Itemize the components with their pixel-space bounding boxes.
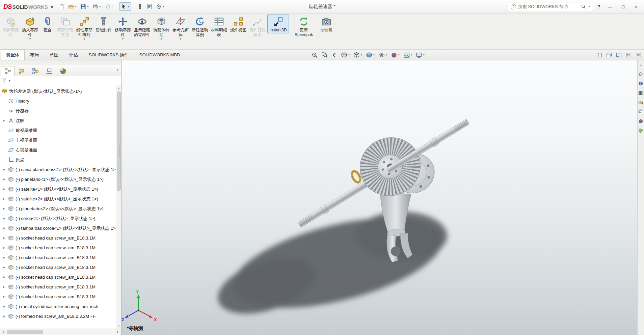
task-pane-resources[interactable] [638, 81, 643, 86]
dropdown-caret-icon[interactable]: ▼ [111, 6, 113, 8]
window-minimize-button[interactable]: — [605, 2, 615, 11]
apply-scene-button[interactable]: ▼ [402, 51, 413, 59]
dropdown-caret-icon[interactable]: ▼ [29, 38, 31, 40]
configurationmanager-tab[interactable] [28, 66, 42, 76]
tree-horizontal-scrollbar[interactable]: ◀ ▶ [0, 329, 121, 335]
new-document-button[interactable] [57, 2, 66, 11]
doc-window-new-window[interactable] [596, 52, 602, 58]
search-box[interactable]: ? ▼ [508, 2, 593, 11]
expander-icon[interactable]: ▶ [3, 256, 8, 259]
tree-item[interactable]: ▶ (-) socket head cap screw_am_B18.3.1M [0, 292, 116, 302]
tree-item[interactable]: ▶ (-) socket head cap screw_am_B18.3.1M [0, 233, 116, 243]
expander-icon[interactable]: ▶ [3, 246, 8, 249]
qat-button[interactable] [117, 3, 117, 10]
tree-item[interactable]: 传感器 [0, 106, 116, 116]
propertymanager-tab[interactable] [15, 66, 28, 76]
scroll-left-icon[interactable]: ◀ [1, 329, 6, 335]
edit-component-button[interactable]: 编辑零部件 [1, 15, 20, 38]
search-input[interactable] [518, 4, 579, 9]
tree-item[interactable]: ▶ (-) socket head cap screw_am_B18.3.1M [0, 272, 116, 282]
tree-item[interactable]: ▶ 注解 [0, 116, 116, 125]
display-style-button[interactable]: ▼ [365, 51, 376, 59]
task-pane-collapse-icon[interactable]: « [640, 63, 642, 67]
scrollbar-thumb[interactable] [117, 91, 121, 191]
smart-fasteners-button[interactable]: 智能扣件 [94, 15, 113, 33]
mate-button[interactable]: 配合 [40, 15, 55, 33]
expander-icon[interactable]: ▶ [3, 236, 8, 240]
dropdown-caret-icon[interactable]: ▼ [348, 54, 350, 56]
rebuild-button[interactable] [135, 2, 144, 11]
expander-icon[interactable]: ▶ [3, 188, 8, 191]
expander-icon[interactable]: ▶ [3, 168, 8, 171]
move-component-button[interactable]: 移动零部件 ▼ [113, 15, 132, 41]
section-view-button[interactable]: ▼ [340, 51, 351, 59]
update-speedpak-button[interactable]: 更新 Speedpak [289, 15, 318, 38]
tree-item[interactable]: ▶ (-) satelite<2> (默认<<默认>_显示状态 1>) [0, 194, 116, 204]
command-tab[interactable]: 布局 [25, 50, 44, 60]
command-tab[interactable]: 草图 [44, 50, 64, 60]
instant3d-button[interactable]: Instant3D [267, 15, 289, 33]
scroll-up-icon[interactable]: ▲ [116, 85, 122, 91]
dropdown-caret-icon[interactable]: ▼ [398, 54, 400, 56]
filter-icon[interactable] [2, 78, 7, 83]
exploded-view-button[interactable]: 爆炸视图 [229, 15, 248, 33]
featuremanager-tab[interactable] [1, 66, 15, 76]
view-orientation-button[interactable]: ▼ [352, 51, 364, 59]
print-button[interactable]: ▼ [91, 2, 103, 11]
tree-item[interactable]: 上视基准面 [0, 135, 116, 145]
tree-item[interactable]: ▶ (-) planetario<2> (默认<<默认>_显示状态 1>) [0, 204, 116, 214]
expander-icon[interactable]: ▶ [3, 266, 8, 269]
scroll-right-icon[interactable]: ▶ [115, 329, 120, 335]
insert-component-button[interactable]: 插入零部件 ▼ [21, 15, 39, 41]
displaymanager-tab[interactable] [56, 66, 70, 76]
dropdown-caret-icon[interactable]: ▼ [75, 6, 77, 8]
file-properties-button[interactable] [145, 2, 154, 11]
dropdown-caret-icon[interactable]: ▼ [87, 6, 89, 8]
explode-sketch-button[interactable]: 爆炸直线草图 [248, 15, 267, 38]
assembly-features-button[interactable]: 装配体特征 ▼ [152, 15, 171, 41]
window-close-button[interactable]: × [631, 2, 641, 11]
component-preview-button[interactable]: 零部件预览窗 [56, 15, 75, 38]
filter-caret-icon[interactable]: ▼ [8, 80, 11, 82]
expander-icon[interactable]: ▶ [3, 119, 8, 122]
help-button[interactable]: ? [596, 4, 602, 9]
tree-item[interactable]: ▶ (-) planetario<1> (默认<<默认>_显示状态 1>) [0, 174, 116, 184]
dropdown-caret-icon[interactable]: ▼ [162, 6, 164, 8]
save-button[interactable]: ▼ [79, 2, 90, 11]
search-icon[interactable] [581, 4, 586, 9]
doc-window-restore[interactable] [626, 52, 632, 58]
tree-item[interactable]: ▶ (-) radial cylindrical roller bearing_… [0, 302, 116, 311]
zoom-area-button[interactable] [320, 51, 329, 59]
linear-pattern-button[interactable]: 线性零部件阵列 ▼ [75, 15, 94, 41]
doc-window-cascade[interactable] [606, 52, 612, 58]
tree-item[interactable]: 齿轮差速器 (默认<默认_显示状态-1>) [0, 86, 116, 96]
expander-icon[interactable]: ▶ [3, 276, 8, 279]
dropdown-caret-icon[interactable]: ▼ [122, 38, 124, 40]
tree-item[interactable]: ▶ (-) tampa tras coroa<1> (默认<<默认>_显示状态 … [0, 223, 116, 233]
options-button[interactable]: ▼ [154, 2, 166, 11]
dropdown-caret-icon[interactable]: ▼ [410, 54, 412, 56]
open-button[interactable]: ▼ [66, 2, 78, 11]
expander-icon[interactable]: ▶ [3, 295, 8, 298]
dropdown-caret-icon[interactable]: ▼ [99, 6, 101, 8]
edit-appearance-button[interactable]: ▼ [390, 51, 401, 59]
tree-item[interactable]: ▶ (-) satelite<1> (默认<<默认>_显示状态 1>) [0, 184, 116, 194]
reference-geometry-button[interactable]: 参考几何体 ▼ [171, 15, 190, 41]
search-caret-icon[interactable]: ▼ [588, 5, 590, 8]
tree-item[interactable]: 前视基准面 [0, 125, 116, 135]
task-pane-appearances[interactable] [638, 119, 643, 124]
command-tab[interactable]: SOLIDWORKS 插件 [83, 50, 134, 60]
expander-icon[interactable]: ▶ [3, 227, 8, 230]
dropdown-caret-icon[interactable]: ▼ [385, 54, 387, 56]
menu-flyout-icon[interactable]: ▶ [49, 5, 57, 8]
snapshot-button[interactable]: 拍快照 [319, 15, 334, 33]
expander-icon[interactable]: ▶ [3, 305, 8, 308]
tree-item[interactable]: History [0, 96, 116, 106]
task-pane-custom-properties[interactable] [638, 128, 643, 133]
view-settings-button[interactable]: ▼ [415, 51, 426, 59]
previous-view-button[interactable] [330, 51, 339, 59]
tree-item[interactable]: ▶ (-) formed hex screw_am_B18.2.3.2M - F [0, 311, 116, 321]
expander-icon[interactable]: ▶ [3, 285, 8, 288]
graphics-viewport[interactable]: Y X Z *等轴测 [122, 60, 637, 335]
doc-window-minimize[interactable] [616, 52, 622, 58]
